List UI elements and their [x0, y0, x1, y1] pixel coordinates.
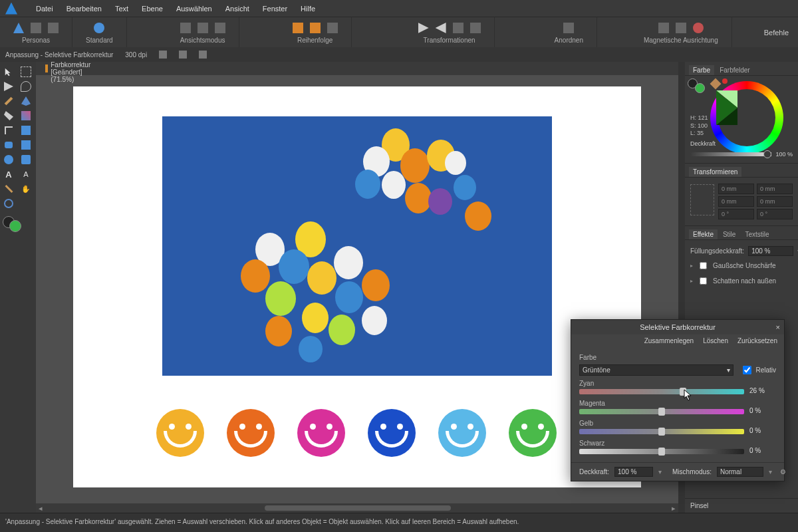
fill-opacity-input[interactable] [748, 246, 793, 256]
transform-y-input[interactable] [718, 196, 754, 207]
transform-h-input[interactable] [757, 196, 793, 207]
menu-item[interactable]: Fenster [263, 5, 287, 13]
order-icon[interactable] [293, 23, 303, 33]
color-selector-icon[interactable] [688, 78, 705, 93]
horizontal-scrollbar[interactable]: ◂ ▸ [36, 503, 678, 513]
context-icon[interactable] [199, 51, 207, 59]
tab-transform[interactable]: Transformieren [689, 167, 741, 177]
slider-label: Gelb [579, 420, 776, 427]
snap-icon[interactable] [676, 23, 686, 33]
reset-button[interactable]: Zurücksetzen [737, 337, 777, 344]
transform-x-input[interactable] [718, 184, 754, 194]
shape-tool-icon[interactable] [17, 138, 35, 152]
scroll-left-icon[interactable]: ◂ [36, 504, 45, 513]
persona-develop-icon[interactable] [48, 23, 59, 33]
rotate-icon[interactable] [453, 23, 464, 33]
shape-tool-icon[interactable] [0, 138, 17, 152]
tab-styles[interactable]: Stile [719, 229, 739, 239]
zoom-tool-icon[interactable] [0, 196, 17, 211]
persona-liquify-icon[interactable] [31, 23, 41, 33]
tab-textstyles[interactable]: Textstile [741, 229, 773, 239]
transform-r-input[interactable] [718, 209, 754, 219]
commands-label[interactable]: Befehle [755, 29, 798, 37]
scroll-right-icon[interactable]: ▸ [669, 504, 678, 513]
context-icon[interactable] [159, 51, 167, 59]
menu-item[interactable]: Hilfe [301, 5, 315, 13]
persona-photo-icon[interactable] [13, 23, 24, 33]
color-dropdown[interactable]: Grüntöne▾ [579, 364, 733, 376]
flip-v-icon[interactable] [436, 23, 446, 33]
expand-icon[interactable]: ▸ [690, 263, 693, 269]
blendmode-dropdown[interactable] [717, 467, 763, 477]
eyedropper-icon[interactable] [710, 78, 722, 90]
rotate-icon[interactable] [470, 23, 481, 33]
arrange-icon[interactable] [563, 23, 574, 33]
dropdown-icon[interactable]: ▾ [769, 468, 772, 475]
fill-tool-icon[interactable] [0, 108, 17, 123]
marquee-tool-icon[interactable] [17, 65, 35, 79]
viewmode-icon[interactable] [215, 23, 225, 33]
close-icon[interactable]: × [776, 323, 780, 331]
snap-magnet-icon[interactable] [693, 23, 704, 33]
brushes-panel-header[interactable]: Pinsel [685, 498, 798, 513]
color-indicator[interactable] [3, 216, 23, 232]
slider-handle[interactable] [658, 428, 665, 436]
lasso-tool-icon[interactable] [17, 79, 35, 94]
order-icon[interactable] [327, 23, 338, 33]
effect-checkbox[interactable] [700, 262, 707, 269]
menu-item[interactable]: Ansicht [225, 5, 249, 13]
frame-text-tool-icon[interactable]: A [17, 167, 35, 182]
viewmode-icon[interactable] [198, 23, 208, 33]
hand-tool-icon[interactable]: ✋ [17, 182, 35, 196]
node-tool-icon[interactable] [0, 79, 17, 94]
standard-icon[interactable] [94, 23, 104, 33]
transform-s-input[interactable] [757, 209, 793, 219]
color-slider[interactable] [579, 409, 744, 414]
slider-handle[interactable] [658, 408, 665, 416]
eyedropper-tool-icon[interactable] [0, 182, 17, 196]
tab-swatches[interactable]: Farbfelder [716, 65, 754, 75]
opacity-input[interactable] [614, 467, 653, 477]
menu-item[interactable]: Auswählen [176, 5, 212, 13]
menu-item[interactable]: Bearbeiten [66, 5, 102, 13]
transform-w-input[interactable] [757, 184, 793, 194]
crop-tool-icon[interactable] [0, 123, 17, 138]
viewmode-icon[interactable] [180, 23, 191, 33]
fill-color-icon[interactable] [9, 220, 21, 232]
anchor-selector[interactable] [690, 184, 714, 215]
rect-tool-icon[interactable] [17, 152, 35, 167]
flip-h-icon[interactable] [418, 23, 429, 33]
scrollbar-thumb[interactable] [265, 505, 451, 511]
pen-tool-icon[interactable] [17, 94, 35, 108]
color-slider[interactable] [579, 429, 744, 434]
relative-checkbox[interactable]: Relativ [740, 364, 776, 376]
expand-icon[interactable]: ▸ [690, 278, 693, 284]
tab-effects[interactable]: Effekte [689, 229, 718, 239]
color-slider[interactable] [579, 449, 744, 454]
menu-item[interactable]: Ebene [142, 5, 163, 13]
merge-button[interactable]: Zusammenlegen [644, 337, 694, 344]
effect-checkbox[interactable] [700, 277, 707, 285]
text-tool-icon[interactable]: A [0, 167, 17, 182]
context-icon[interactable] [179, 51, 187, 59]
delete-button[interactable]: Löschen [703, 337, 728, 344]
slider-handle[interactable] [763, 150, 771, 158]
slider-handle[interactable] [658, 448, 665, 456]
opacity-slider[interactable] [690, 152, 771, 156]
color-slider[interactable] [579, 389, 744, 394]
brush-tool-icon[interactable] [0, 94, 17, 108]
slider-handle[interactable] [680, 388, 686, 396]
snap-icon[interactable] [658, 23, 669, 33]
move-tool-icon[interactable] [0, 65, 17, 79]
gear-icon[interactable]: ⚙ [780, 468, 786, 475]
ellipse-tool-icon[interactable] [0, 152, 17, 167]
menu-item[interactable]: Datei [36, 5, 53, 13]
menu-item[interactable]: Text [115, 5, 128, 13]
order-icon[interactable] [310, 23, 321, 33]
picture-tool-icon[interactable] [17, 123, 35, 138]
gradient-tool-icon[interactable] [17, 108, 35, 123]
color-triangle[interactable] [716, 90, 737, 125]
tab-color[interactable]: Farbe [689, 65, 714, 75]
dialog-titlebar[interactable]: Selektive Farbkorrektur × [571, 320, 784, 334]
dropdown-icon[interactable]: ▾ [658, 468, 662, 475]
